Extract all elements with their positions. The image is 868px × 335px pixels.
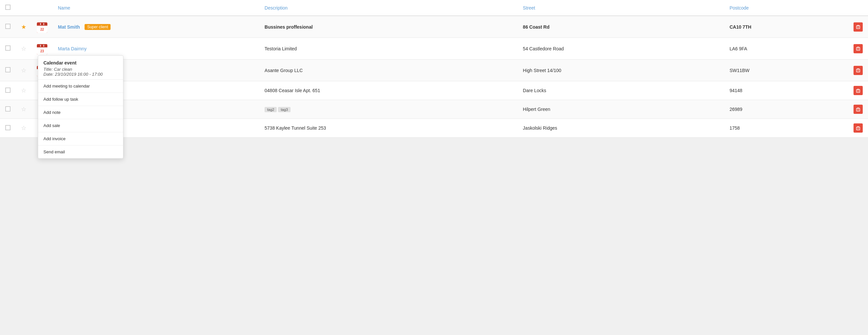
postcode-cell: LA6 9FA xyxy=(724,38,848,60)
description-cell: Bussines proffesional xyxy=(259,16,518,38)
svg-rect-12 xyxy=(857,90,860,92)
description-cell: 5738 Kaylee Tunnel Suite 253 xyxy=(259,119,518,138)
table-row: ☆tag2tag3Hilpert Green26989 xyxy=(0,100,868,119)
row-checkbox-cell xyxy=(0,81,16,100)
svg-rect-4 xyxy=(857,48,860,50)
street-cell: High Street 14/100 xyxy=(518,60,724,81)
select-all-checkbox[interactable] xyxy=(5,5,10,10)
popup-menu-item[interactable]: Add note xyxy=(38,106,123,119)
select-all-header xyxy=(0,0,16,16)
street-column-header: Street xyxy=(518,0,724,16)
postcode-column-header: Postcode xyxy=(724,0,848,16)
row-checkbox-cell xyxy=(0,119,16,138)
star-icon[interactable]: ★ xyxy=(21,24,26,30)
delete-button[interactable] xyxy=(854,66,863,75)
description-cell: tag2tag3 xyxy=(259,100,518,119)
star-icon[interactable]: ☆ xyxy=(21,45,26,52)
popup-menu: Add meeting to calendarAdd follow up tas… xyxy=(38,80,123,158)
popup-header: Calendar event Title: Car clean Date: 23… xyxy=(38,56,123,80)
action-cell xyxy=(848,60,868,81)
calendar-cell: 22 xyxy=(32,16,53,38)
row-checkbox[interactable] xyxy=(5,88,10,93)
description-column-header: Description xyxy=(259,0,518,16)
description-cell: Testoria Limited xyxy=(259,38,518,60)
svg-rect-16 xyxy=(857,108,860,111)
row-checkbox[interactable] xyxy=(5,45,10,51)
popup-menu-item[interactable]: Send email xyxy=(38,146,123,158)
action-cell xyxy=(848,16,868,38)
popup-event-title: Calendar event xyxy=(43,60,118,65)
calendar-header xyxy=(32,0,53,16)
star-cell: ☆ xyxy=(16,60,32,81)
gray-background xyxy=(0,138,868,236)
street-cell: Jaskolski Ridges xyxy=(518,119,724,138)
svg-rect-8 xyxy=(857,69,860,72)
action-cell xyxy=(848,100,868,119)
row-checkbox[interactable] xyxy=(5,106,10,112)
postcode-cell: 94148 xyxy=(724,81,848,100)
table-row: ★22Mat SmithSuper clientBussines proffes… xyxy=(0,16,868,38)
star-cell: ☆ xyxy=(16,119,32,138)
svg-rect-20 xyxy=(857,127,860,130)
row-checkbox-cell xyxy=(0,38,16,60)
delete-button[interactable] xyxy=(854,22,863,32)
popup-title-label: Title: xyxy=(43,67,53,72)
tag: tag2 xyxy=(265,107,277,112)
action-cell xyxy=(848,119,868,138)
delete-button[interactable] xyxy=(854,44,863,53)
contact-name[interactable]: Marta Daimny xyxy=(58,46,87,51)
calendar-icon[interactable]: 23 xyxy=(37,44,48,55)
street-cell: Hilpert Green xyxy=(518,100,724,119)
star-cell: ☆ xyxy=(16,100,32,119)
star-icon[interactable]: ☆ xyxy=(21,106,26,113)
contact-name[interactable]: Mat Smith xyxy=(58,24,80,30)
postcode-cell: SW11BW xyxy=(724,60,848,81)
star-cell: ☆ xyxy=(16,38,32,60)
row-checkbox-cell xyxy=(0,16,16,38)
star-header xyxy=(16,0,32,16)
popup-date-value: 23/10/2019 16:00 - 17:00 xyxy=(55,72,103,77)
name-cell: Mat SmithSuper client xyxy=(53,16,259,38)
popup-title-value: Car clean xyxy=(54,67,72,72)
star-icon[interactable]: ☆ xyxy=(21,87,26,94)
contact-badge: Super client xyxy=(85,24,111,30)
table-row: ☆23Martin KowalskyVIPAsante Group LLCHig… xyxy=(0,60,868,81)
star-cell: ☆ xyxy=(16,81,32,100)
delete-button[interactable] xyxy=(854,105,863,114)
street-cell: 86 Coast Rd xyxy=(518,16,724,38)
popup-event-date: Date: 23/10/2019 16:00 - 17:00 xyxy=(43,72,118,77)
table-row: ☆5738 Kaylee Tunnel Suite 253Jaskolski R… xyxy=(0,119,868,138)
postcode-cell: 26989 xyxy=(724,100,848,119)
row-checkbox-cell xyxy=(0,100,16,119)
delete-button[interactable] xyxy=(854,123,863,132)
popup-menu-item[interactable]: Add sale xyxy=(38,119,123,132)
popup-menu-item[interactable]: Add invoice xyxy=(38,132,123,146)
name-column-header: Name xyxy=(53,0,259,16)
street-cell: Dare Locks xyxy=(518,81,724,100)
description-cell: Asante Group LLC xyxy=(259,60,518,81)
table-row: ☆04808 Ceasar Isle Apt. 651Dare Locks941… xyxy=(0,81,868,100)
actions-column-header xyxy=(848,0,868,16)
row-checkbox-cell xyxy=(0,60,16,81)
row-checkbox[interactable] xyxy=(5,24,10,29)
popup-date-label: Date: xyxy=(43,72,54,77)
postcode-cell: CA10 7TH xyxy=(724,16,848,38)
row-checkbox[interactable] xyxy=(5,125,10,130)
popup-menu-item[interactable]: Add follow up task xyxy=(38,93,123,106)
star-icon[interactable]: ☆ xyxy=(21,67,26,74)
popup-event-car-clean: Title: Car clean xyxy=(43,67,118,72)
tag: tag3 xyxy=(278,107,290,112)
svg-rect-0 xyxy=(857,26,860,29)
star-icon[interactable]: ☆ xyxy=(21,125,26,131)
table-row: ☆23Marta DaimnyTestoria Limited54 Castle… xyxy=(0,38,868,60)
popup-menu-item[interactable]: Add meeting to calendar xyxy=(38,80,123,93)
description-cell: 04808 Ceasar Isle Apt. 651 xyxy=(259,81,518,100)
row-checkbox[interactable] xyxy=(5,67,10,72)
delete-button[interactable] xyxy=(854,86,863,95)
action-cell xyxy=(848,81,868,100)
context-popup: Calendar event Title: Car clean Date: 23… xyxy=(38,55,123,159)
postcode-cell: 1758 xyxy=(724,119,848,138)
star-cell: ★ xyxy=(16,16,32,38)
calendar-icon[interactable]: 22 xyxy=(37,22,48,33)
street-cell: 54 Castledore Road xyxy=(518,38,724,60)
